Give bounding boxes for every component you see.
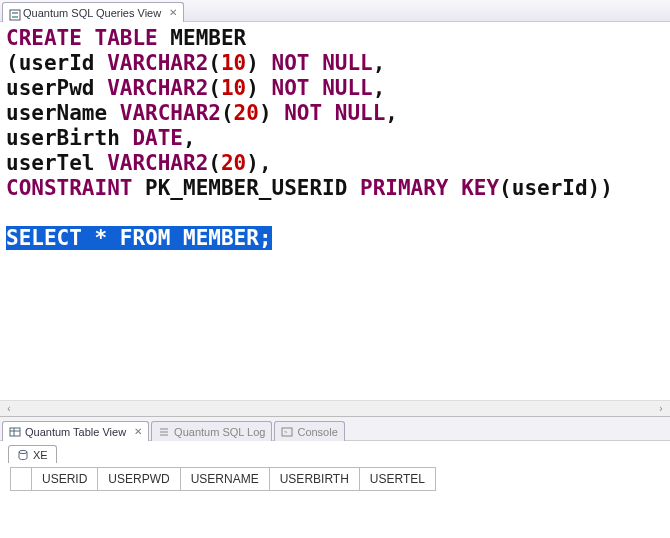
svg-rect-0 <box>10 10 20 20</box>
bottom-view-tabs: Quantum Table View✕Quantum SQL Log>Conso… <box>0 417 670 441</box>
connection-tab-label: XE <box>33 449 48 461</box>
close-icon[interactable]: ✕ <box>169 7 177 18</box>
bottom-tab-quantum-sql-log[interactable]: Quantum SQL Log <box>151 421 272 441</box>
console-icon: > <box>281 425 293 438</box>
connection-tab-bar: XE <box>0 441 670 463</box>
sql-editor[interactable]: CREATE TABLE MEMBER(userId VARCHAR2(10) … <box>0 22 670 400</box>
db-query-icon <box>9 8 19 18</box>
svg-rect-2 <box>12 16 18 18</box>
svg-rect-3 <box>10 428 20 436</box>
editor-tab-bar: Quantum SQL Queries View ✕ <box>0 0 670 22</box>
close-icon[interactable]: ✕ <box>134 426 142 437</box>
column-header[interactable]: USERID <box>32 468 98 491</box>
scroll-right-icon[interactable]: › <box>654 403 668 414</box>
svg-rect-1 <box>12 12 18 14</box>
column-header[interactable]: USERTEL <box>359 468 435 491</box>
svg-point-11 <box>19 450 27 453</box>
bottom-tab-label: Console <box>297 426 337 438</box>
editor-tab-active[interactable]: Quantum SQL Queries View ✕ <box>2 2 184 22</box>
connection-tab[interactable]: XE <box>8 445 57 463</box>
bottom-tab-console[interactable]: >Console <box>274 421 344 441</box>
row-selector-header[interactable] <box>11 468 32 491</box>
scroll-left-icon[interactable]: ‹ <box>2 403 16 414</box>
column-header[interactable]: USERPWD <box>98 468 180 491</box>
bottom-panel: Quantum Table View✕Quantum SQL Log>Conso… <box>0 416 670 495</box>
bottom-tab-label: Quantum SQL Log <box>174 426 265 438</box>
db-icon <box>17 448 29 461</box>
result-grid[interactable]: USERIDUSERPWDUSERNAMEUSERBIRTHUSERTEL <box>0 463 670 495</box>
list-icon <box>158 425 170 438</box>
horizontal-scrollbar[interactable]: ‹ › <box>0 400 670 416</box>
editor-tab-label: Quantum SQL Queries View <box>23 7 161 19</box>
bottom-tab-label: Quantum Table View <box>25 426 126 438</box>
table-icon <box>9 425 21 438</box>
bottom-tab-quantum-table-view[interactable]: Quantum Table View✕ <box>2 421 149 441</box>
column-header[interactable]: USERBIRTH <box>269 468 359 491</box>
column-header[interactable]: USERNAME <box>180 468 269 491</box>
svg-text:>: > <box>284 429 288 435</box>
